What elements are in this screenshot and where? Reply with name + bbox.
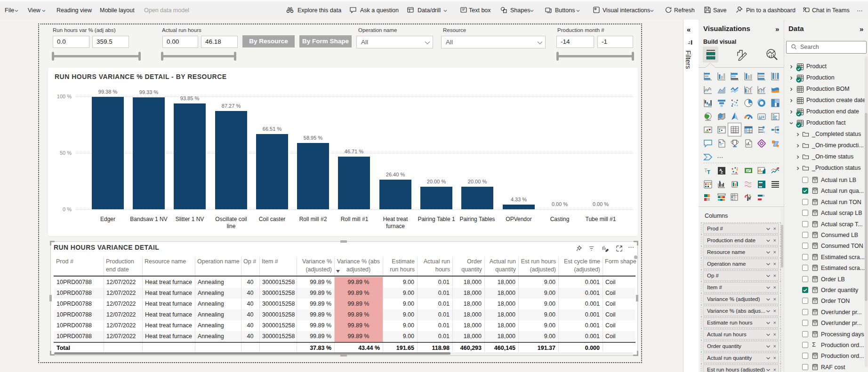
svg-text:123: 123 bbox=[759, 115, 764, 119]
svg-text:x: x bbox=[737, 166, 738, 169]
svg-text:T: T bbox=[707, 169, 710, 175]
svg-text:Z: Z bbox=[721, 170, 723, 174]
